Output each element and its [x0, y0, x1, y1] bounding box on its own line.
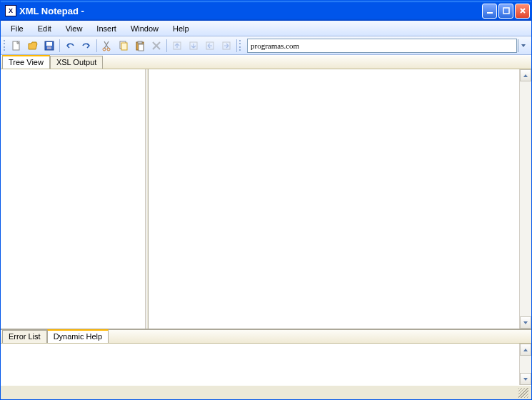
toolbar-separator — [96, 39, 97, 52]
top-tabstrip: Tree View XSL Output — [1, 55, 531, 69]
scroll-down-button[interactable] — [520, 316, 531, 329]
scroll-track[interactable] — [520, 356, 531, 373]
svg-rect-11 — [138, 41, 142, 44]
scroll-down-button[interactable] — [520, 373, 531, 385]
maximize-button[interactable] — [498, 4, 513, 19]
menu-file[interactable]: File — [4, 23, 31, 34]
statusbar — [1, 385, 531, 399]
menu-help[interactable]: Help — [166, 23, 196, 34]
nudge-right-button[interactable] — [219, 38, 234, 54]
address-box — [247, 39, 517, 53]
tab-error-list[interactable]: Error List — [2, 330, 47, 343]
content-pane[interactable] — [149, 69, 519, 329]
tab-tree-view[interactable]: Tree View — [2, 55, 50, 69]
toolbar-separator — [59, 39, 60, 52]
scroll-track[interactable] — [520, 81, 531, 316]
address-input[interactable] — [251, 41, 513, 50]
bottom-panel — [1, 344, 531, 385]
titlebar[interactable]: X XML Notepad - — [1, 1, 531, 21]
tab-dynamic-help[interactable]: Dynamic Help — [47, 329, 109, 343]
window-title: XML Notepad - — [19, 6, 482, 16]
toolbar-grip[interactable] — [239, 39, 242, 52]
nudge-down-button[interactable] — [186, 38, 201, 54]
menu-edit[interactable]: Edit — [31, 23, 59, 34]
scroll-up-button[interactable] — [520, 69, 531, 81]
close-button[interactable] — [515, 4, 530, 19]
save-button[interactable] — [41, 38, 57, 54]
cut-button[interactable] — [99, 38, 115, 54]
minimize-button[interactable] — [482, 4, 497, 19]
undo-button[interactable] — [62, 38, 78, 54]
app-window: X XML Notepad - File Edit View Insert Wi… — [0, 0, 532, 400]
open-button[interactable] — [25, 38, 41, 54]
bottom-tabstrip: Error List Dynamic Help — [1, 329, 531, 344]
address-dropdown-button[interactable] — [518, 39, 528, 52]
help-content[interactable] — [1, 344, 519, 385]
svg-rect-9 — [121, 43, 127, 50]
tree-pane[interactable] — [1, 69, 146, 329]
svg-rect-5 — [47, 46, 51, 49]
paste-button[interactable] — [132, 38, 148, 54]
bottom-scrollbar[interactable] — [519, 344, 531, 385]
resize-grip[interactable] — [518, 388, 528, 398]
toolbar — [1, 36, 531, 55]
menubar: File Edit View Insert Window Help — [1, 21, 531, 36]
svg-rect-1 — [503, 8, 509, 14]
workspace — [1, 69, 531, 329]
copy-button[interactable] — [116, 38, 131, 54]
toolbar-separator — [236, 39, 237, 52]
window-buttons — [482, 4, 530, 19]
app-icon: X — [5, 5, 16, 16]
tab-xsl-output[interactable]: XSL Output — [50, 56, 103, 69]
svg-rect-12 — [139, 44, 144, 51]
toolbar-separator — [166, 39, 167, 52]
menu-window[interactable]: Window — [124, 23, 166, 34]
scroll-up-button[interactable] — [520, 344, 531, 356]
menu-view[interactable]: View — [59, 23, 90, 34]
delete-button[interactable] — [149, 38, 164, 54]
new-button[interactable] — [9, 38, 24, 54]
vertical-scrollbar[interactable] — [519, 69, 531, 329]
nudge-left-button[interactable] — [202, 38, 218, 54]
redo-button[interactable] — [79, 38, 94, 54]
toolbar-grip[interactable] — [4, 39, 6, 52]
nudge-up-button[interactable] — [169, 38, 185, 54]
svg-rect-0 — [487, 12, 493, 14]
svg-rect-4 — [46, 42, 52, 46]
menu-insert[interactable]: Insert — [89, 23, 124, 34]
